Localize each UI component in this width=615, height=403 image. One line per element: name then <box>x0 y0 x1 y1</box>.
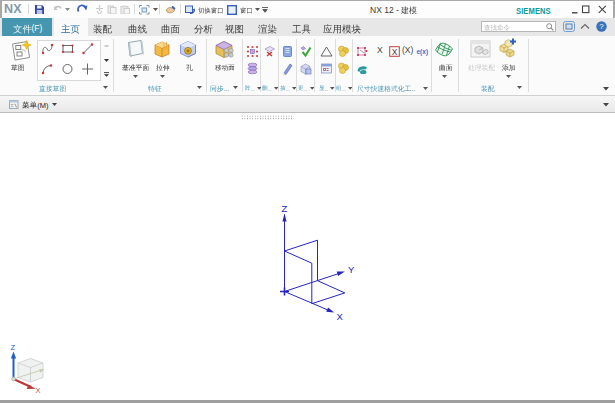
svg-text:X: X <box>36 386 41 395</box>
svg-text:X: X <box>337 311 344 322</box>
svg-text:Z: Z <box>282 203 288 214</box>
svg-text:Z: Z <box>11 343 16 352</box>
svg-text:X: X <box>392 46 398 56</box>
svg-text:?: ? <box>599 22 604 31</box>
svg-text:Y: Y <box>348 264 355 275</box>
